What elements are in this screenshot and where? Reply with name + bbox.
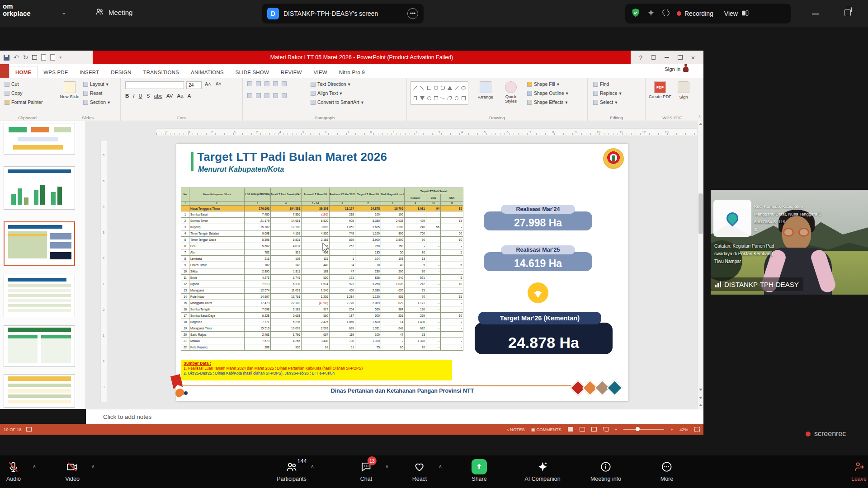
ppt-restore-icon[interactable]	[678, 55, 683, 60]
normal-view-icon[interactable]	[568, 427, 573, 432]
slide-sorter-icon[interactable]	[580, 427, 585, 432]
layout-button[interactable]: Layout ▾	[83, 81, 108, 87]
font-style-u-button[interactable]: U	[139, 93, 142, 99]
slide[interactable]: Target LTT Padi Bulan Maret 2026 Menurut…	[176, 144, 628, 401]
replace-button[interactable]: Replace ▾	[593, 90, 622, 96]
save-icon[interactable]	[4, 55, 9, 61]
slide-thumbnail[interactable]	[4, 221, 75, 266]
font-style-b-button[interactable]: B	[125, 93, 129, 99]
tab-options-icon[interactable]: •••	[407, 8, 418, 19]
ribbon-display-icon[interactable]	[651, 55, 656, 60]
chevron-up-icon[interactable]: ∧	[33, 464, 36, 469]
tab-file[interactable]	[0, 64, 9, 78]
slide-thumbnail[interactable]	[4, 325, 75, 367]
reading-view-icon[interactable]	[591, 427, 597, 432]
chevron-up-icon[interactable]: ∧	[91, 464, 94, 469]
video-button[interactable]: Video	[65, 459, 80, 482]
tab-insert[interactable]: INSERT	[74, 66, 105, 78]
font-style-av-button[interactable]: AV	[166, 93, 173, 99]
font-size-combo[interactable]: 24	[186, 81, 202, 89]
shapes-gallery[interactable]	[410, 81, 468, 105]
slide-thumbnail[interactable]	[4, 275, 75, 317]
tab-home[interactable]: HOME	[9, 66, 38, 78]
tab-slide-show[interactable]: SLIDE SHOW	[230, 66, 275, 78]
chevron-up-icon[interactable]: ∧	[311, 464, 314, 469]
slide-thumbnail[interactable]	[4, 123, 75, 155]
captions-icon[interactable]	[661, 8, 670, 19]
preview-icon[interactable]	[41, 54, 46, 61]
audio-button[interactable]: Audio	[6, 459, 21, 482]
sign-in-button[interactable]: Sign in	[665, 66, 689, 72]
participants-button[interactable]: 144Participants	[277, 459, 306, 482]
font-style-i-button[interactable]: I	[133, 93, 134, 99]
indent-decrease-icon[interactable]	[264, 81, 269, 86]
slide-thumbnail[interactable]	[4, 374, 75, 408]
tab-nitro-pro-9[interactable]: Nitro Pro 9	[333, 66, 371, 78]
format-painter-button[interactable]: Format Painter	[5, 99, 42, 105]
ppt-close-icon[interactable]: ×	[691, 54, 695, 61]
align-right-icon[interactable]	[264, 93, 269, 98]
font-style-a-button[interactable]: A	[188, 93, 191, 99]
columns-icon[interactable]	[282, 93, 287, 98]
tab-view[interactable]: VIEW	[308, 66, 333, 78]
collapse-ribbon-icon[interactable]: ˄	[698, 114, 701, 119]
ai-companion-button[interactable]: AI Companion	[524, 459, 560, 482]
window-restore-button[interactable]	[844, 9, 851, 16]
font-name-combo[interactable]	[125, 81, 184, 89]
notes-button[interactable]: ▵ NOTES	[507, 427, 525, 432]
shape-outline-button[interactable]: Shape Outline ▾	[527, 90, 568, 96]
zoom-out-icon[interactable]: −	[615, 427, 618, 432]
zoom-slider[interactable]	[623, 429, 664, 430]
arrange-button[interactable]: Arrange	[474, 81, 497, 99]
participant-video-tile[interactable]: Kec. Komodo, KabupatenManggarai Barat, N…	[711, 190, 868, 295]
font-style-aa-button[interactable]: Aa	[177, 93, 184, 99]
chat-button[interactable]: 13Chat	[360, 459, 372, 482]
shield-check-icon[interactable]	[631, 8, 641, 19]
sign-button[interactable]: Sign	[674, 81, 693, 99]
comments-button[interactable]: ▣ COMMENTS	[531, 427, 561, 432]
redo-icon[interactable]: ↻	[23, 54, 28, 61]
share-button[interactable]: Share	[472, 459, 487, 482]
help-icon[interactable]: ?	[639, 54, 642, 61]
cut-button[interactable]: Cut	[5, 81, 19, 87]
meeting-info-button[interactable]: Meeting info	[590, 459, 621, 482]
tab-design[interactable]: DESIGN	[105, 66, 137, 78]
new-doc-icon[interactable]	[50, 54, 55, 61]
sparkle-icon[interactable]	[647, 9, 655, 19]
select-button[interactable]: Select ▾	[593, 99, 617, 105]
vertical-scrollbar[interactable]	[697, 121, 703, 409]
grow-font-icon[interactable]: A˄	[205, 81, 211, 87]
create-pdf-button[interactable]: PDF Create PDF	[648, 81, 672, 99]
zoom-in-icon[interactable]: +	[670, 427, 673, 432]
window-minimize-button[interactable]	[812, 14, 819, 14]
justify-icon[interactable]	[273, 93, 278, 98]
display-settings-icon[interactable]	[26, 427, 32, 432]
notes-area[interactable]: Click to add notes	[86, 409, 703, 424]
tab-wps-pdf[interactable]: WPS PDF	[38, 66, 74, 78]
chevron-up-icon[interactable]: ∧	[385, 464, 388, 469]
view-button[interactable]: View	[724, 9, 749, 19]
leave-button[interactable]: Leave	[851, 459, 867, 482]
undo-icon[interactable]: ↶	[14, 54, 19, 61]
text-direction-button[interactable]: Text Direction ▾	[311, 81, 350, 87]
fit-to-window-icon[interactable]	[694, 427, 700, 432]
shrink-font-icon[interactable]: A˅	[216, 81, 222, 86]
font-style-abc-button[interactable]: abc	[154, 93, 163, 99]
section-button[interactable]: Section ▾	[83, 99, 110, 105]
slide-thumbnail[interactable]	[4, 166, 75, 210]
indent-increase-icon[interactable]	[273, 81, 278, 86]
smartart-button[interactable]: Convert to SmartArt ▾	[311, 99, 363, 105]
tab-review[interactable]: REVIEW	[275, 66, 308, 78]
shape-fill-button[interactable]: Shape Fill ▾	[527, 81, 559, 87]
next-slide-button[interactable]	[699, 404, 703, 406]
align-center-icon[interactable]	[256, 93, 261, 98]
tab-meeting[interactable]: Meeting	[95, 7, 132, 18]
tab-transitions[interactable]: TRANSITIONS	[137, 66, 185, 78]
reset-button[interactable]: Reset	[83, 90, 102, 96]
bullets-icon[interactable]	[247, 81, 252, 86]
chevron-up-icon[interactable]: ∧	[439, 464, 442, 469]
tab-screen-share[interactable]: D DISTANKP-TPH-DEASY's screen •••	[262, 4, 424, 23]
numbering-icon[interactable]	[256, 81, 261, 86]
slideshow-icon[interactable]	[32, 55, 37, 60]
scrollbar-thumb[interactable]	[698, 193, 703, 234]
